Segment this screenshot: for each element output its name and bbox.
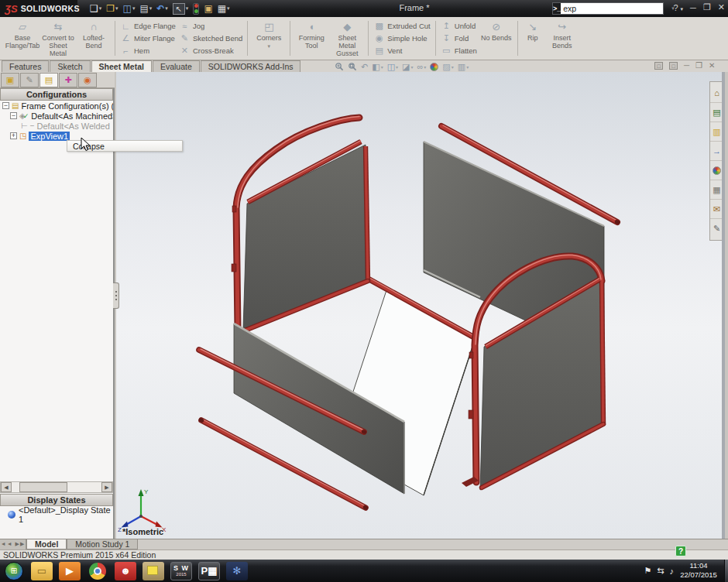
jog-button[interactable]: ≈Jog bbox=[179, 20, 242, 32]
cad-utility-icon[interactable]: ✻ bbox=[226, 562, 248, 580]
tab-features[interactable]: Features bbox=[2, 60, 49, 72]
hide-show-items-icon[interactable]: ∞▾ bbox=[417, 62, 426, 71]
search-box[interactable]: >_ ▾ bbox=[552, 2, 664, 15]
zoom-to-area-icon[interactable] bbox=[348, 62, 357, 71]
title-bar: ƷS SOLIDWORKS ❑▾ ❒▾ ◫▾ ▤▾ ↶▾ ↖▾ ▣ ▦▾ Fra… bbox=[0, 0, 728, 17]
undo-button[interactable]: ↶▾ bbox=[155, 2, 170, 15]
extruded-cut-button[interactable]: ▩Extruded Cut bbox=[373, 20, 430, 32]
feature-manager-tab[interactable]: ▣ bbox=[1, 73, 19, 87]
doc-close-button[interactable]: ✕ bbox=[709, 61, 715, 70]
tray-help-icon[interactable]: ? bbox=[675, 546, 686, 556]
select-arrow-icon: ↖ bbox=[173, 3, 185, 15]
jog-icon: ≈ bbox=[179, 22, 191, 31]
unfold-button[interactable]: ↥Unfold bbox=[441, 20, 477, 32]
panel-splitter-grip[interactable] bbox=[113, 282, 119, 309]
miter-flange-button[interactable]: ∠Miter Flange bbox=[120, 33, 176, 44]
vent-button[interactable]: ▤Vent bbox=[373, 45, 430, 56]
convert-to-sheet-metal-button[interactable]: ⇆Convert to Sheet Metal bbox=[40, 19, 76, 58]
fold-button[interactable]: ↧Fold bbox=[441, 33, 477, 44]
sketched-bend-button[interactable]: ✎Sketched Bend bbox=[179, 33, 242, 44]
no-bends-button[interactable]: ⊘No Bends bbox=[479, 19, 514, 58]
edit-appearance-icon[interactable] bbox=[430, 63, 438, 71]
start-button[interactable]: ⊞ bbox=[5, 562, 23, 580]
dimxpert-manager-tab[interactable]: ✚ bbox=[59, 73, 77, 87]
tab-evaluate[interactable]: Evaluate bbox=[153, 60, 200, 72]
help-button[interactable]: ? ▾ bbox=[673, 3, 683, 12]
previous-view-icon[interactable]: ↶ bbox=[361, 62, 368, 72]
tab-model[interactable]: Model bbox=[26, 539, 67, 549]
scroll-right-arrow-icon[interactable]: ▶ bbox=[101, 482, 112, 492]
doc-icon-right[interactable]: □ bbox=[669, 62, 678, 70]
collapse-box-icon[interactable]: − bbox=[2, 102, 9, 109]
tree-row-frame-configurations[interactable]: − ▤ Frame Configuration(s) (Defa bbox=[0, 101, 113, 111]
bend-group: ≈Jog ✎Sketched Bend ✕Cross-Break bbox=[177, 19, 244, 58]
view-orientation-icon[interactable]: ◫▾ bbox=[387, 62, 398, 72]
powerpoint-icon[interactable]: P▦ bbox=[198, 562, 220, 580]
notes-folder-icon[interactable] bbox=[143, 562, 164, 580]
apply-scene-icon[interactable]: ▨▾ bbox=[442, 62, 453, 72]
lofted-bend-button[interactable]: ∩Lofted-Bend bbox=[76, 19, 112, 58]
doc-icon-left[interactable]: □ bbox=[654, 62, 663, 70]
insert-bends-button[interactable]: ↪Insert Bends bbox=[544, 19, 580, 58]
corners-button[interactable]: ◰Corners▾ bbox=[251, 19, 287, 58]
collapse-box-icon[interactable]: − bbox=[10, 112, 17, 119]
restore-button[interactable]: ❐ bbox=[703, 2, 711, 12]
tab-sketch[interactable]: Sketch bbox=[50, 60, 90, 72]
select-button[interactable]: ↖▾ bbox=[171, 2, 191, 15]
media-player-icon[interactable]: ▶ bbox=[59, 562, 81, 580]
cross-break-button[interactable]: ✕Cross-Break bbox=[179, 45, 242, 56]
open-button[interactable]: ❒▾ bbox=[105, 2, 119, 15]
action-center-icon[interactable]: ⚑ bbox=[644, 566, 651, 576]
simple-hole-button[interactable]: ◉Simple Hole bbox=[373, 33, 430, 44]
solidworks-2015-icon[interactable]: S W 2015 bbox=[170, 562, 192, 580]
expand-box-icon[interactable]: + bbox=[10, 132, 17, 139]
model-left-side-assembly[interactable] bbox=[232, 117, 368, 331]
display-state-item[interactable]: <Default>_Display State 1 bbox=[0, 509, 113, 520]
doc-restore-button[interactable]: ❐ bbox=[695, 61, 702, 70]
tree-row-default-as-machined[interactable]: − ◈ ✓ Default<As Machined> bbox=[0, 111, 113, 121]
tab-solidworks-add-ins[interactable]: SOLIDWORKS Add-Ins bbox=[201, 60, 301, 72]
section-view-icon[interactable]: ◧▾ bbox=[372, 62, 383, 72]
rebuild-button[interactable] bbox=[191, 2, 201, 15]
display-manager-tab[interactable]: ◉ bbox=[78, 73, 97, 87]
file-properties-button[interactable]: ▣ bbox=[202, 2, 214, 15]
quick-access-toolbar: ❑▾ ❒▾ ◫▾ ▤▾ ↶▾ ↖▾ ▣ ▦▾ bbox=[88, 2, 232, 15]
new-document-button[interactable]: ❑▾ bbox=[88, 2, 103, 15]
display-style-icon[interactable]: ◪▾ bbox=[402, 62, 413, 72]
scroll-left-arrow-icon[interactable]: ◀ bbox=[1, 482, 12, 492]
options-button[interactable]: ▦▾ bbox=[216, 2, 232, 15]
search-input[interactable] bbox=[561, 4, 670, 13]
zoom-to-fit-icon[interactable] bbox=[335, 62, 344, 71]
tab-scroll-buttons[interactable]: ◄◄ ▶▶ bbox=[0, 539, 26, 549]
chrome-icon[interactable] bbox=[87, 562, 108, 580]
pinned-app-icon[interactable]: ☻ bbox=[115, 562, 136, 580]
tab-motion-study-1[interactable]: Motion Study 1 bbox=[67, 539, 138, 549]
sheet-metal-gusset-button[interactable]: ◆Sheet Metal Gusset bbox=[329, 19, 365, 58]
minimize-button[interactable]: ─ bbox=[690, 3, 696, 12]
edge-flange-button[interactable]: ∟Edge Flange bbox=[120, 20, 176, 32]
save-button[interactable]: ◫▾ bbox=[122, 2, 137, 15]
view-settings-icon[interactable]: ▥▾ bbox=[458, 62, 469, 72]
taskbar-clock[interactable]: 11:04 22/07/2015 bbox=[675, 561, 722, 580]
model-canvas[interactable]: Y X Z bbox=[116, 72, 725, 539]
scrollbar-thumb[interactable] bbox=[19, 482, 67, 492]
volume-icon[interactable]: ♪ bbox=[670, 567, 675, 576]
print-button[interactable]: ▤▾ bbox=[138, 2, 153, 15]
rip-button[interactable]: ↘Rip bbox=[521, 19, 544, 58]
graphics-viewport[interactable]: Y X Z ⌂ ▤ ▥ → ▦ ✉ ✎ *Isometric bbox=[116, 72, 725, 539]
configuration-manager-tab[interactable]: ▤ bbox=[39, 73, 58, 87]
tab-sheet-metal[interactable]: Sheet Metal bbox=[91, 60, 152, 72]
show-desktop-button[interactable] bbox=[724, 560, 728, 582]
property-manager-tab[interactable]: ✎ bbox=[20, 73, 39, 87]
rip-icon: ↘ bbox=[528, 22, 537, 34]
close-button[interactable]: ✕ bbox=[718, 2, 725, 12]
base-flange-tab-button[interactable]: ▱Base Flange/Tab bbox=[5, 19, 40, 58]
windows-explorer-icon[interactable]: ▭ bbox=[31, 562, 53, 580]
forming-tool-button[interactable]: ◖Forming Tool bbox=[294, 19, 329, 58]
network-icon[interactable]: ⇆ bbox=[657, 566, 664, 576]
doc-minimize-button[interactable]: ─ bbox=[684, 61, 689, 70]
flatten-button[interactable]: ▭Flatten bbox=[441, 45, 477, 56]
tree-row-default-as-welded[interactable]: ⊢ − Default<As Welded bbox=[0, 121, 113, 131]
hem-button[interactable]: ⌐Hem bbox=[120, 45, 176, 56]
panel-horizontal-scrollbar[interactable]: ◀ ▶ bbox=[0, 481, 113, 493]
